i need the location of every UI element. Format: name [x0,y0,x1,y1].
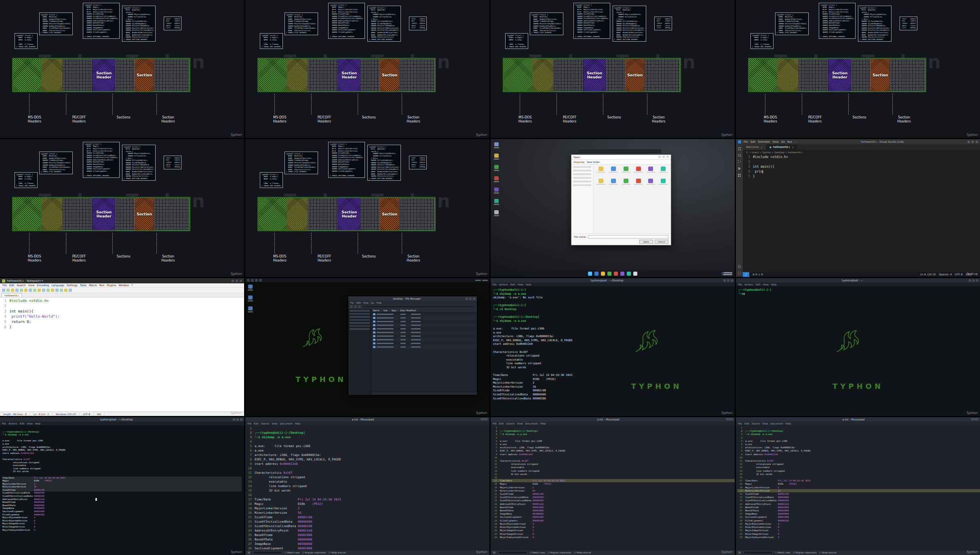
file-item[interactable] [658,179,669,190]
start-icon[interactable] [588,272,592,276]
windows-taskbar[interactable] [491,270,735,277]
close-icon[interactable] [240,280,242,282]
desktop-icon[interactable] [493,142,499,148]
maximize-icon[interactable] [469,298,472,300]
opt[interactable]: Regular expression [793,551,817,554]
window-buttons[interactable] [969,279,978,282]
status-item[interactable]: Ln 4, Col 10 [920,273,936,276]
file-item[interactable] [620,179,632,190]
menu-item[interactable]: Window [118,284,129,287]
close-icon[interactable] [240,418,242,421]
window-buttons[interactable] [481,418,488,421]
file-row[interactable] [371,338,477,342]
menu-item[interactable]: Edit [254,422,259,425]
path-bar[interactable] [362,305,475,308]
settings-gear-icon[interactable] [738,272,741,274]
minimize-icon[interactable] [233,418,235,421]
opt[interactable]: Regular expression [302,551,326,554]
minimize-icon[interactable] [658,156,661,158]
menu-item[interactable]: File [2,422,6,425]
menu-item[interactable]: File [2,284,7,287]
editor-menubar[interactable]: FileEditSearchViewDocumentHelp [245,422,489,425]
window-buttons[interactable] [971,418,978,421]
menu-item[interactable]: Document [280,422,293,425]
editor-text-area[interactable]: ┌──(typhon@kali)-[~/Desktop]└─$ objdump … [245,425,489,550]
menu-item[interactable]: View [272,422,277,425]
panel-tray-clock[interactable] [475,280,488,281]
menu-item[interactable]: Help [786,422,791,425]
explorer-icon[interactable] [738,147,741,150]
find-options[interactable]: Match caseRegular expressionWrap around [285,551,346,554]
settings-icon[interactable] [633,272,637,276]
file-item[interactable] [595,179,607,190]
desktop-icon[interactable] [493,165,499,171]
code-editor[interactable]: #include <stdio.h> int main(){ printf("H… [0,298,244,412]
kali-top-panel[interactable] [245,278,489,282]
files-launcher-icon[interactable] [255,279,258,282]
file-row[interactable] [371,320,477,323]
menu-item[interactable]: View [763,283,769,286]
desktop-icon[interactable] [493,199,499,205]
menu-item[interactable]: Edit [750,140,756,143]
dialog-toolbar[interactable]: OrganizeNew folder [571,160,671,165]
file-row[interactable] [371,331,477,334]
menu-item[interactable]: View [762,422,768,425]
menu-item[interactable]: Search [752,422,760,425]
menu-item[interactable]: View [28,284,34,287]
store-icon[interactable] [620,272,624,276]
file-row[interactable] [371,334,477,338]
file-manager-toolbar[interactable] [348,304,477,309]
menu-item[interactable]: Actions [8,422,17,425]
breadcrumb[interactable]: C: > Users > typhon > Desktop > hellowor… [743,150,980,154]
terminal-output[interactable]: TYPHON ┌──(typhon@kali)-[~]└─$ [736,286,980,416]
file-item[interactable] [658,167,669,177]
places-sidebar[interactable] [348,309,371,395]
find-input[interactable] [253,551,282,554]
vscode-menubar[interactable]: FileEditSelectionViewGoRun··· [744,140,797,143]
menu-item[interactable]: Edit [499,422,504,425]
menu-item[interactable]: View [363,302,369,304]
search-icon[interactable] [738,154,741,157]
window-buttons[interactable] [233,418,242,421]
menu-item[interactable]: Search [17,284,25,287]
menu-item[interactable]: Language [51,284,64,287]
menu-item[interactable]: Actions [499,283,508,286]
terminal-menubar[interactable]: FileActionsEditViewHelp [0,422,244,425]
close-icon[interactable] [666,156,669,158]
close-icon[interactable] [731,418,733,420]
window-buttons[interactable] [658,156,669,158]
menu-item[interactable]: Edit [356,302,361,304]
dialog-buttons[interactable]: OpenCancel [574,240,668,244]
desktop-icon[interactable] [493,188,499,194]
menu-item[interactable]: Settings [67,284,78,287]
file-item[interactable] [620,167,632,177]
find-options[interactable]: Match caseRegular expressionWrap around [530,551,591,554]
menu-item[interactable]: File [738,283,742,286]
menu-item[interactable]: Help [295,422,301,425]
source-control-icon[interactable] [738,160,741,163]
editor-text-area[interactable]: ┌──(typhon@kali)-[~/Desktop]└─$ objdump … [736,425,980,550]
close-icon[interactable] [473,298,475,300]
back-icon[interactable] [350,305,353,308]
desktop-icon[interactable] [493,154,499,160]
run-debug-icon[interactable] [738,167,741,170]
window-buttons[interactable] [723,279,733,282]
dialog-sidebar[interactable] [571,165,593,234]
status-item[interactable]: Spaces: 4 [939,273,952,276]
up-icon[interactable] [358,305,361,308]
menu-item[interactable]: Help [771,283,777,286]
tab-welcome[interactable]: Welcome × [743,144,766,150]
menu-item[interactable]: Edit [744,422,749,425]
minimize-icon[interactable] [232,280,234,282]
file-row[interactable] [371,342,477,345]
find-input[interactable] [744,551,773,554]
menu-item[interactable]: File [350,302,354,304]
remote-indicator-icon[interactable]: ⤢ [743,272,749,277]
menu-item[interactable]: File [493,283,497,286]
file-item[interactable] [645,179,656,190]
editor-text-area[interactable]: ┌──(typhon@kali)-[~/Desktop]└─$ objdump … [491,425,735,550]
window-buttons[interactable] [232,280,242,282]
menu-item[interactable]: View [27,422,33,425]
close-icon[interactable] [731,279,733,282]
menu-item[interactable]: File [247,422,251,425]
